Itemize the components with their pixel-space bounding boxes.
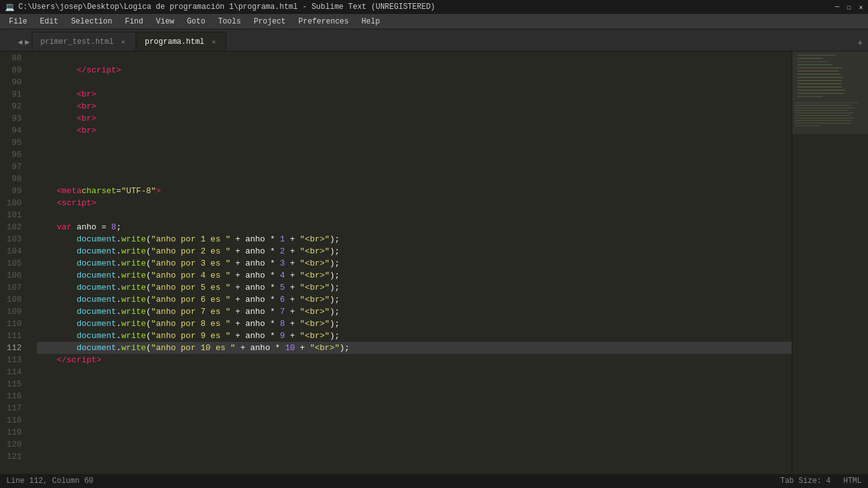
tab-primer-test-label: primer_test.html	[40, 37, 113, 46]
code-line-94: <br>	[37, 125, 792, 137]
title-bar: 💻 C:\Users\josep\Desktop\Logica de progr…	[0, 0, 868, 14]
code-line-89: </script>	[37, 64, 792, 76]
menu-edit[interactable]: Edit	[34, 16, 65, 27]
code-content[interactable]: </script> <br> <br> <br>	[32, 51, 792, 474]
status-position[interactable]: Line 112, Column 60	[6, 477, 93, 485]
menu-file[interactable]: File	[3, 16, 34, 27]
code-line-98	[37, 173, 792, 185]
code-line-109: document.write("anho por 7 es " + anho *…	[37, 306, 792, 318]
status-left: Line 112, Column 60	[6, 477, 93, 485]
code-editor[interactable]: 88 89 90 91 92 93 94 95 96 97 98 99 100 …	[0, 51, 792, 474]
code-line-102: var anho = 8;	[37, 221, 792, 233]
tab-programa-close[interactable]: ✕	[209, 37, 218, 46]
title-bar-title: C:\Users\josep\Desktop\Logica de program…	[18, 3, 435, 11]
code-line-110: document.write("anho por 8 es " + anho *…	[37, 318, 792, 330]
menu-help[interactable]: Help	[355, 16, 387, 27]
menu-bar: File Edit Selection Find View Goto Tools…	[0, 14, 868, 29]
menu-preferences[interactable]: Preferences	[292, 16, 355, 27]
minimize-button[interactable]: ─	[835, 3, 839, 11]
code-line-90	[37, 76, 792, 88]
code-line-108: document.write("anho por 6 es " + anho *…	[37, 294, 792, 306]
minimap[interactable]	[792, 51, 868, 474]
tab-nav-left[interactable]: ◀	[18, 37, 22, 51]
code-line-111: document.write("anho por 9 es " + anho *…	[37, 330, 792, 342]
code-line-113: </script>	[37, 354, 792, 366]
line-numbers: 88 89 90 91 92 93 94 95 96 97 98 99 100 …	[0, 51, 32, 474]
code-line-105: document.write("anho por 3 es " + anho *…	[37, 257, 792, 269]
close-button[interactable]: ✕	[858, 3, 863, 11]
code-area: 88 89 90 91 92 93 94 95 96 97 98 99 100 …	[0, 51, 792, 474]
code-line-104: document.write("anho por 2 es " + anho *…	[37, 245, 792, 257]
status-language[interactable]: HTML	[843, 477, 862, 485]
code-line-103: document.write("anho por 1 es " + anho *…	[37, 233, 792, 245]
menu-goto[interactable]: Goto	[181, 16, 212, 27]
code-line-88	[37, 52, 792, 64]
code-line-97	[37, 161, 792, 173]
code-line-115	[37, 378, 792, 390]
new-tab-button[interactable]: +	[858, 38, 863, 48]
menu-view[interactable]: View	[149, 16, 181, 27]
tab-programa[interactable]: programa.html ✕	[137, 32, 227, 51]
code-line-96	[37, 149, 792, 161]
menu-project[interactable]: Project	[247, 16, 292, 27]
code-line-120	[37, 438, 792, 451]
code-line-119	[37, 426, 792, 438]
code-line-95	[37, 137, 792, 149]
tab-bar-right[interactable]: +	[858, 38, 868, 51]
editor-container: 88 89 90 91 92 93 94 95 96 97 98 99 100 …	[0, 51, 868, 474]
maximize-button[interactable]: ☐	[847, 3, 851, 11]
code-line-116	[37, 390, 792, 402]
code-line-91: <br>	[37, 88, 792, 100]
code-line-93: <br>	[37, 112, 792, 125]
status-right: Tab Size: 4 HTML	[780, 477, 862, 485]
tab-primer-test-close[interactable]: ✕	[119, 37, 128, 46]
code-line-117	[37, 402, 792, 414]
tab-programa-label: programa.html	[145, 37, 205, 46]
code-line-114	[37, 366, 792, 378]
code-line-112: document.write("anho por 10 es " + anho …	[37, 342, 792, 354]
tab-nav-right[interactable]: ▶	[25, 37, 29, 51]
tab-bar: ◀ ▶ primer_test.html ✕ programa.html ✕ +	[0, 29, 868, 51]
code-line-99: <meta charset="UTF-8">	[37, 185, 792, 197]
code-line-107: document.write("anho por 5 es " + anho *…	[37, 281, 792, 294]
code-line-121	[37, 451, 792, 463]
title-bar-controls[interactable]: ─ ☐ ✕	[835, 3, 863, 11]
code-line-92: <br>	[37, 100, 792, 112]
svg-rect-25	[792, 51, 868, 134]
status-tab-size[interactable]: Tab Size: 4	[780, 477, 830, 485]
menu-tools[interactable]: Tools	[212, 16, 247, 27]
code-line-101	[37, 209, 792, 221]
tab-primer-test[interactable]: primer_test.html ✕	[32, 32, 135, 51]
code-line-118	[37, 414, 792, 426]
status-bar: Line 112, Column 60 Tab Size: 4 HTML	[0, 474, 868, 488]
code-line-100: <script>	[37, 197, 792, 209]
menu-find[interactable]: Find	[118, 16, 149, 27]
code-line-106: document.write("anho por 4 es " + anho *…	[37, 269, 792, 281]
title-bar-icon: 💻	[5, 3, 15, 12]
menu-selection[interactable]: Selection	[65, 16, 119, 27]
